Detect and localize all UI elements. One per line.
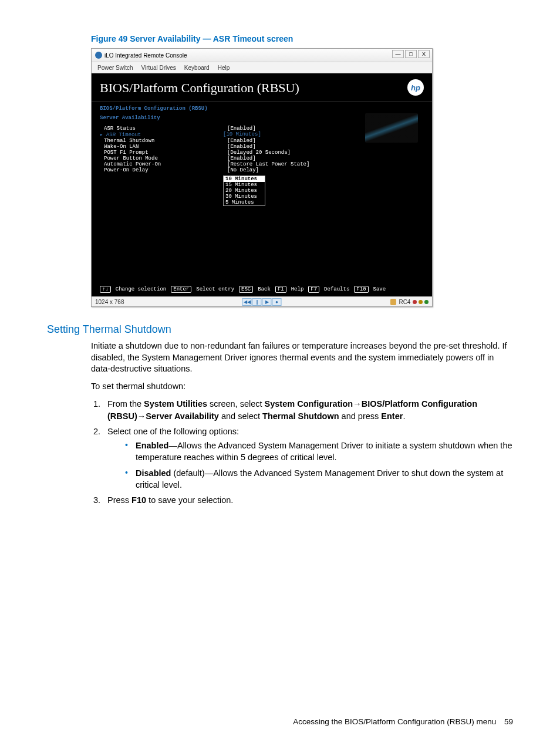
key-f1: F1 (275, 286, 286, 293)
setting-label: Automatic Power-On (100, 161, 227, 167)
status-bar: 1024 x 768 ◀◀ ‖ ▶ ● RC4 (92, 296, 432, 306)
option-disabled: Disabled (default)—Allows the Advanced S… (125, 467, 513, 491)
footer-text: Accessing the BIOS/Platform Configuratio… (293, 717, 496, 726)
rc-text: RC4 (399, 299, 410, 305)
setting-value: [Enabled] (227, 138, 256, 144)
key-enter: Enter (171, 286, 191, 293)
key-enter-label: Select entry (196, 286, 234, 292)
section-heading: Setting Thermal Shutdown (47, 323, 513, 336)
window-close-button[interactable]: X (418, 50, 430, 58)
dropdown-option[interactable]: 15 Minutes (224, 182, 265, 188)
media-controls: ◀◀ ‖ ▶ ● (242, 298, 282, 306)
key-f1-label: Help (291, 286, 304, 292)
menu-help[interactable]: Help (218, 65, 230, 71)
setting-label: Wake-On LAN (100, 144, 227, 150)
setting-value-selected[interactable]: [10 Minutes] (223, 131, 261, 138)
menu-power-switch[interactable]: Power Switch (97, 65, 133, 71)
step-3: Press F10 to save your selection. (103, 494, 513, 506)
step-1: From the System Utilities screen, select… (103, 398, 513, 422)
key-f7: F7 (308, 286, 319, 293)
setting-value: [Enabled] (227, 144, 256, 150)
bios-header: BIOS/Platform Configuration (RBSU) hp (92, 73, 432, 102)
window-titlebar: iLO Integrated Remote Console — □ X (92, 49, 432, 62)
key-f10: F10 (354, 286, 368, 293)
setting-value: [Enabled] (227, 126, 256, 131)
window-maximize-button[interactable]: □ (405, 50, 417, 58)
setting-value: [Delayed 20 Seconds] (227, 150, 291, 156)
bios-breadcrumb-1: BIOS/Platform Configuration (RBSU) (100, 106, 424, 112)
ilo-console-window: iLO Integrated Remote Console — □ X Powe… (91, 48, 433, 307)
key-esc: ESC (239, 286, 253, 293)
media-rewind-button[interactable]: ◀◀ (242, 298, 252, 306)
window-minimize-button[interactable]: — (392, 50, 404, 58)
key-f10-label: Save (373, 286, 386, 292)
window-menubar: Power Switch Virtual Drives Keyboard Hel… (92, 62, 432, 73)
resolution-text: 1024 x 768 (95, 299, 124, 305)
setting-value: [Enabled] (227, 156, 256, 161)
steps-list: From the System Utilities screen, select… (91, 398, 513, 506)
intro-paragraph: Initiate a shutdown due to non-redundant… (91, 340, 513, 375)
setting-label-selected[interactable]: ▸ ASR Timeout (100, 131, 223, 138)
window-title: iLO Integrated Remote Console (104, 52, 187, 59)
setting-label: Power-On Delay (100, 167, 227, 173)
page-number: 59 (504, 717, 513, 726)
status-dot (413, 300, 417, 304)
ilo-icon (95, 52, 102, 59)
setting-label: ASR Status (100, 126, 227, 131)
media-pause-button[interactable]: ‖ (252, 298, 262, 306)
setting-value: [Restore Last Power State] (227, 161, 309, 167)
key-arrows: ↑↓ (100, 286, 111, 293)
menu-virtual-drives[interactable]: Virtual Drives (141, 65, 176, 71)
dropdown-option[interactable]: 20 Minutes (224, 188, 265, 194)
key-arrows-label: Change selection (116, 286, 166, 292)
hp-logo: hp (407, 79, 424, 96)
bios-title: BIOS/Platform Configuration (RBSU) (100, 80, 299, 95)
page-footer: Accessing the BIOS/Platform Configuratio… (293, 717, 513, 726)
setting-label: POST F1 Prompt (100, 150, 227, 156)
lock-icon (390, 299, 396, 305)
bios-screen: BIOS/Platform Configuration (RBSU) hp BI… (92, 73, 432, 296)
status-dots (413, 299, 429, 305)
dropdown-option[interactable]: 30 Minutes (224, 194, 265, 200)
setting-label: Thermal Shutdown (100, 138, 227, 144)
bios-keybar: ↑↓Change selection EnterSelect entry ESC… (92, 286, 432, 293)
status-dot (419, 300, 423, 304)
key-esc-label: Back (258, 286, 271, 292)
asr-timeout-dropdown[interactable]: 10 Minutes 15 Minutes 20 Minutes 30 Minu… (223, 175, 265, 206)
figure-caption: Figure 49 Server Availability — ASR Time… (91, 34, 513, 43)
media-record-button[interactable]: ● (272, 298, 282, 306)
server-image (365, 113, 418, 143)
menu-keyboard[interactable]: Keyboard (184, 65, 210, 71)
key-f7-label: Defaults (324, 286, 349, 292)
lead-paragraph: To set thermal shutdown: (91, 381, 513, 393)
setting-value: [No Delay] (227, 167, 259, 173)
setting-label: Power Button Mode (100, 156, 227, 161)
status-dot (424, 300, 429, 304)
dropdown-option[interactable]: 5 Minutes (224, 200, 265, 205)
step-2: Select one of the following options: Ena… (103, 426, 513, 491)
media-play-button[interactable]: ▶ (262, 298, 272, 306)
dropdown-option[interactable]: 10 Minutes (224, 176, 265, 182)
option-enabled: Enabled—Allows the Advanced System Manag… (125, 440, 513, 464)
